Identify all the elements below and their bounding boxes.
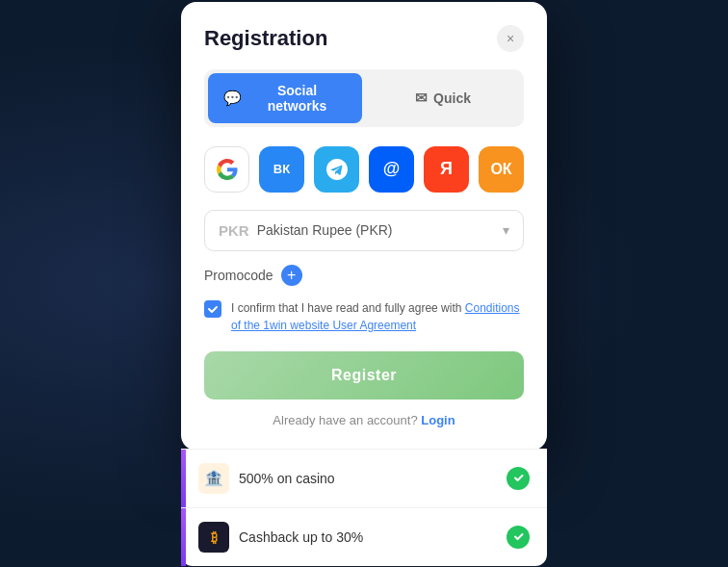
yandex-icon: Я (440, 159, 453, 179)
cashback-card-left: ₿ Cashback up to 30% (198, 522, 363, 553)
casino-card-left: 🏦 500% on casino (198, 463, 335, 494)
ok-login-button[interactable]: ОК (479, 146, 524, 193)
currency-selector[interactable]: PKR Pakistan Rupee (PKR) ▾ (204, 210, 524, 251)
modal-wrapper: Registration × 💬 Social networks ✉ Quick (181, 2, 547, 566)
tab-social-networks[interactable]: 💬 Social networks (208, 73, 362, 123)
mail-login-button[interactable]: @ (369, 146, 414, 193)
modal-header: Registration × (204, 25, 524, 52)
login-prompt-text: Already have an account? (273, 413, 417, 427)
social-networks-icon: 💬 (223, 90, 242, 107)
currency-left: PKR Pakistan Rupee (PKR) (219, 222, 393, 239)
yandex-login-button[interactable]: Я (424, 146, 469, 193)
google-login-button[interactable] (204, 146, 249, 193)
telegram-login-button[interactable] (314, 146, 359, 193)
agreement-checkbox[interactable] (204, 300, 221, 318)
tab-social-label: Social networks (247, 83, 347, 114)
casino-check-badge (507, 467, 530, 490)
currency-code: PKR (219, 222, 249, 239)
mail-icon: @ (383, 159, 401, 179)
casino-icon: 🏦 (198, 463, 229, 494)
cashback-card-text: Cashback up to 30% (239, 529, 363, 545)
quick-icon: ✉ (415, 90, 428, 107)
cashback-icon: ₿ (198, 522, 229, 553)
agreement-row: I confirm that I have read and fully agr… (204, 299, 524, 334)
vk-icon: ВК (273, 162, 290, 176)
checkmark-badge-icon (512, 472, 525, 484)
cashback-card: ₿ Cashback up to 30% (181, 507, 547, 566)
tab-quick-label: Quick (433, 90, 471, 106)
promocode-add-button[interactable]: + (281, 265, 302, 286)
promocode-label: Promocode (204, 268, 273, 283)
bottom-cards: 🏦 500% on casino ₿ Cashback up to 30% (181, 449, 547, 566)
tab-bar: 💬 Social networks ✉ Quick (204, 69, 524, 127)
casino-card: 🏦 500% on casino (181, 449, 547, 507)
chevron-down-icon: ▾ (503, 222, 509, 238)
currency-label: Pakistan Rupee (PKR) (257, 222, 393, 238)
social-icons-row: ВК @ Я ОК (204, 146, 524, 193)
login-row: Already have an account? Login (204, 413, 524, 427)
agreement-text: I confirm that I have read and fully agr… (231, 299, 524, 334)
checkmark-badge-icon-2 (512, 530, 525, 543)
modal-title: Registration (204, 26, 327, 51)
casino-card-text: 500% on casino (239, 471, 335, 486)
vk-login-button[interactable]: ВК (259, 146, 304, 193)
ok-icon: ОК (490, 161, 511, 178)
promocode-row: Promocode + (204, 265, 524, 286)
registration-modal: Registration × 💬 Social networks ✉ Quick (181, 2, 547, 451)
register-button[interactable]: Register (204, 351, 524, 399)
checkmark-icon (207, 303, 219, 315)
cashback-check-badge (507, 526, 530, 549)
google-icon (217, 159, 238, 180)
telegram-icon (326, 159, 348, 180)
tab-quick[interactable]: ✉ Quick (366, 73, 520, 123)
close-button[interactable]: × (497, 25, 524, 52)
login-link[interactable]: Login (421, 413, 455, 427)
agreement-text-prefix: I confirm that I have read and fully agr… (231, 301, 465, 315)
